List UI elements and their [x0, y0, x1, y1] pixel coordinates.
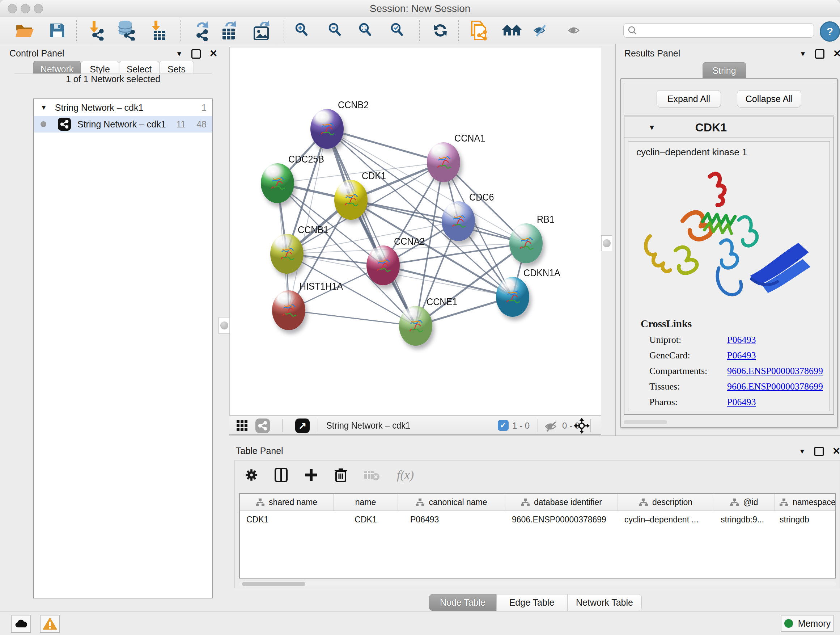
network-node[interactable]: CCNB1 — [270, 234, 303, 274]
table-cell[interactable]: cyclin–dependent ... — [618, 511, 714, 528]
close-panel-icon[interactable]: ✕ — [210, 49, 218, 59]
network-node[interactable]: RB1 — [509, 223, 543, 263]
table-cell[interactable]: stringdb — [775, 511, 836, 528]
refresh-button[interactable] — [429, 19, 452, 42]
protein-thumbnail-icon — [436, 153, 452, 172]
table-horizontal-scrollbar[interactable] — [239, 581, 836, 586]
table-options-gear-icon[interactable] — [245, 469, 258, 481]
first-neighbors-button[interactable] — [500, 19, 523, 42]
birdseye-navigator-icon[interactable] — [574, 418, 590, 434]
zoom-out-button[interactable] — [324, 19, 347, 42]
gene-section-header[interactable]: ▼ CDK1 — [624, 117, 834, 138]
help-button[interactable]: ? — [820, 21, 840, 42]
collapse-all-button[interactable]: Collapse All — [737, 90, 801, 108]
table-row[interactable]: CDK1 CDK1 P06493 9606.ENSP00000378699 cy… — [240, 511, 835, 528]
zoom-out-icon — [328, 23, 343, 38]
import-network-file-button[interactable] — [83, 19, 106, 42]
network-node[interactable]: CDKN1A — [496, 277, 529, 317]
network-canvas[interactable]: CCNB2 CCNA1 CDC25B CDK1 CDC6 RB1 CCNB1 — [229, 47, 601, 416]
add-column-icon[interactable] — [304, 468, 318, 482]
column-header[interactable]: description — [618, 494, 714, 510]
hide-selected-button[interactable] — [529, 19, 552, 42]
table-cell[interactable]: P06493 — [398, 511, 505, 528]
warning-status-button[interactable] — [40, 615, 60, 633]
network-node[interactable]: CDC25B — [261, 163, 294, 203]
open-session-button[interactable] — [13, 19, 36, 42]
network-edge[interactable] — [327, 129, 416, 326]
tab-node-table[interactable]: Node Table — [429, 594, 496, 611]
network-edge[interactable] — [289, 310, 416, 326]
expand-all-button[interactable]: Expand All — [657, 90, 721, 108]
export-network-button[interactable] — [190, 19, 213, 42]
collection-expander-icon[interactable]: ▼ — [41, 104, 47, 111]
table-cell[interactable]: CDK1 — [240, 511, 333, 528]
memory-button[interactable]: Memory — [781, 615, 834, 632]
search-input[interactable] — [640, 25, 801, 35]
collection-label: String Network – cdk1 — [55, 103, 144, 113]
network-node[interactable]: CCNA2 — [366, 245, 400, 285]
float-panel-icon[interactable] — [815, 49, 824, 59]
column-header[interactable]: shared name — [240, 494, 333, 510]
table-cell[interactable]: CDK1 — [333, 511, 398, 528]
search-field[interactable] — [623, 23, 814, 38]
column-header[interactable]: name — [333, 494, 398, 510]
panel-menu-icon[interactable]: ▼ — [799, 448, 806, 455]
duplicate-network-button[interactable] — [467, 19, 490, 42]
export-image-button[interactable] — [250, 19, 273, 42]
network-node[interactable]: CCNA1 — [427, 142, 460, 182]
network-view-type-icon[interactable] — [256, 418, 270, 433]
close-panel-icon[interactable]: ✕ — [832, 447, 840, 456]
panel-menu-icon[interactable]: ▼ — [176, 50, 183, 58]
delete-column-icon[interactable] — [335, 468, 347, 482]
network-node[interactable]: CCNB2 — [310, 109, 344, 149]
show-all-button[interactable] — [563, 19, 586, 42]
panel-menu-icon[interactable]: ▼ — [799, 50, 806, 58]
node-label: CCNA1 — [454, 133, 485, 144]
tab-network-table[interactable]: Network Table — [567, 594, 642, 611]
network-edge[interactable] — [327, 129, 444, 162]
close-panel-icon[interactable]: ✕ — [833, 49, 840, 59]
network-row[interactable]: String Network – cdk1 11 48 — [34, 116, 212, 133]
right-splitter-collapse-handle[interactable] — [601, 235, 612, 251]
show-columns-icon[interactable] — [275, 468, 287, 482]
selected-checkbox-icon[interactable]: ✓ — [498, 420, 508, 431]
network-grid-mode-icon[interactable] — [237, 420, 248, 431]
results-horizontal-scrollbar[interactable] — [624, 420, 667, 424]
table-cell[interactable]: stringdb:9... — [714, 511, 775, 528]
crosslink-link[interactable]: 9606.ENSP00000378699 — [727, 381, 823, 392]
tab-string[interactable]: String — [703, 62, 746, 79]
save-session-button[interactable] — [46, 19, 69, 42]
function-builder-button[interactable]: f(x) — [397, 468, 414, 482]
network-collection-row[interactable]: ▼ String Network – cdk1 1 — [34, 99, 212, 116]
hidden-eye-icon[interactable] — [543, 421, 559, 432]
export-table-button[interactable] — [218, 19, 241, 42]
float-panel-icon[interactable] — [814, 447, 824, 456]
crosslink-link[interactable]: P06493 — [727, 334, 756, 345]
network-node[interactable]: CDK1 — [334, 180, 368, 220]
column-header[interactable]: canonical name — [398, 494, 505, 510]
detach-view-button[interactable]: ↗ — [295, 418, 309, 433]
crosslink-link[interactable]: 9606.ENSP00000378699 — [727, 366, 823, 377]
cloud-status-button[interactable] — [11, 615, 31, 633]
crosslink-link[interactable]: P06493 — [727, 397, 756, 408]
section-expander-icon[interactable]: ▼ — [648, 124, 655, 132]
left-splitter-collapse-handle[interactable] — [218, 317, 230, 334]
column-header[interactable]: @id — [714, 494, 775, 510]
zoom-fit-button[interactable] — [355, 19, 378, 42]
delete-table-icon[interactable] — [363, 469, 380, 481]
zoom-selected-button[interactable] — [386, 19, 409, 42]
column-header[interactable]: namespace — [775, 494, 836, 510]
column-header[interactable]: database identifier — [505, 494, 618, 510]
zoom-in-button[interactable] — [291, 19, 314, 42]
protein-node-sphere — [366, 245, 400, 285]
network-node[interactable]: HIST1H1A — [272, 290, 305, 330]
import-network-database-button[interactable] — [114, 19, 137, 42]
import-table-file-button[interactable] — [146, 19, 169, 42]
table-cell[interactable]: 9606.ENSP00000378699 — [505, 511, 618, 528]
status-bar: Memory — [0, 611, 840, 635]
network-node[interactable]: CCNE1 — [399, 306, 432, 346]
crosslink-link[interactable]: P06493 — [727, 350, 756, 361]
tab-edge-table[interactable]: Edge Table — [496, 594, 567, 611]
network-node[interactable]: CDC6 — [442, 201, 475, 241]
float-panel-icon[interactable] — [191, 49, 201, 59]
